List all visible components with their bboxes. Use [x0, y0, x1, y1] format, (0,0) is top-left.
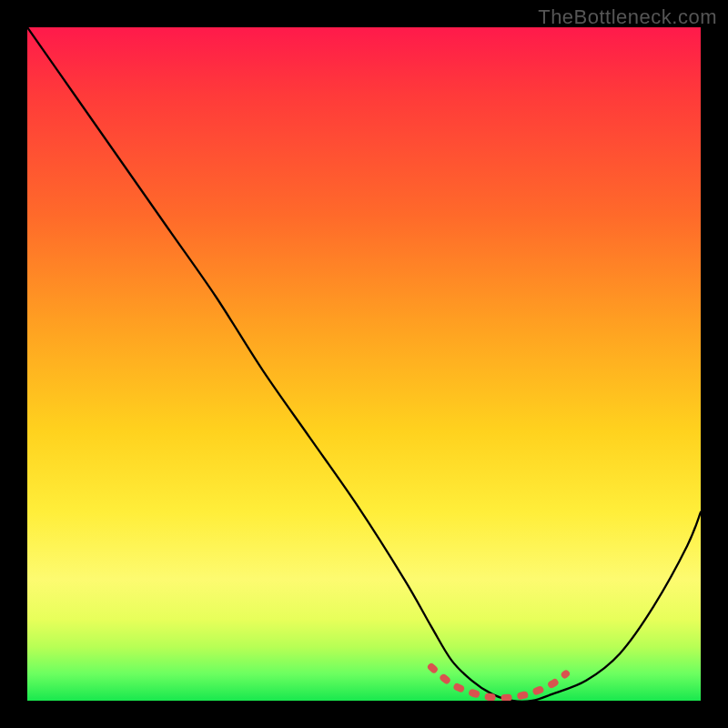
- curve-layer: [27, 27, 701, 701]
- watermark-text: TheBottleneck.com: [538, 5, 717, 29]
- chart-stage: TheBottleneck.com: [0, 0, 728, 728]
- plot-area: [27, 27, 701, 701]
- sweet-spot-marker: [431, 667, 566, 698]
- bottleneck-curve: [27, 27, 701, 701]
